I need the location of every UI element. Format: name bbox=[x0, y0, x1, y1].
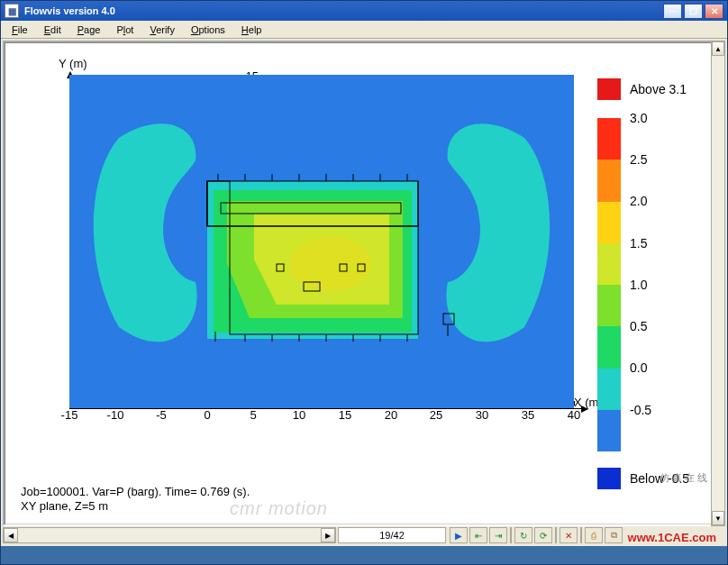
x-tick: 5 bbox=[240, 408, 267, 422]
toolbar-separator bbox=[555, 527, 557, 543]
legend-tick: -0.5 bbox=[630, 403, 651, 417]
x-tick: 35 bbox=[514, 408, 541, 422]
legend-tick: 0.0 bbox=[630, 360, 647, 375]
close-button[interactable]: ✕ bbox=[705, 4, 723, 19]
menu-verify[interactable]: Verify bbox=[142, 23, 182, 36]
refresh-button[interactable]: ↻ bbox=[514, 527, 532, 543]
app-icon: ▦ bbox=[5, 4, 19, 18]
legend-seg bbox=[597, 410, 621, 451]
step-back-button[interactable]: ⇤ bbox=[469, 527, 487, 543]
status-plane: XY plane, Z=5 m bbox=[21, 499, 250, 514]
legend-tick: 2.5 bbox=[630, 152, 647, 167]
scroll-left-button[interactable]: ◀ bbox=[4, 528, 18, 542]
legend-tick: 3.0 bbox=[630, 111, 647, 125]
app-window: ▦ Flowvis version 4.0 ─ ☐ ✕ File Edit Pa… bbox=[0, 0, 728, 565]
legend-tick: 0.5 bbox=[630, 319, 647, 333]
menu-edit[interactable]: Edit bbox=[37, 23, 68, 36]
x-tick: 0 bbox=[194, 408, 221, 422]
menu-page[interactable]: Page bbox=[70, 23, 108, 36]
plot-viewport: Y (m) X (m) 15 10 5 0 -5 -15 -10 -5 0 5 … bbox=[3, 41, 725, 526]
page-counter: 19/42 bbox=[338, 527, 446, 543]
minimize-button[interactable]: ─ bbox=[663, 4, 682, 19]
save-image-button[interactable]: ⧉ bbox=[605, 527, 623, 543]
scroll-right-button[interactable]: ▶ bbox=[321, 528, 335, 542]
watermark-brand: cmr motion bbox=[230, 498, 328, 519]
vertical-scrollbar[interactable]: ▲ ▼ bbox=[711, 41, 725, 526]
y-axis-label: Y (m) bbox=[59, 57, 87, 70]
legend-below-swatch bbox=[597, 468, 621, 489]
menu-plot[interactable]: Plot bbox=[109, 23, 141, 36]
legend-seg bbox=[597, 285, 621, 326]
x-tick: 40 bbox=[560, 408, 587, 422]
legend-seg bbox=[597, 243, 621, 285]
legend-seg bbox=[597, 159, 621, 201]
toolbar-separator bbox=[510, 527, 512, 543]
x-tick: 15 bbox=[332, 408, 359, 422]
x-tick: 30 bbox=[469, 408, 496, 422]
status-text: Job=100001. Var=P (barg). Time= 0.769 (s… bbox=[21, 485, 250, 514]
legend-seg bbox=[597, 369, 621, 410]
client-area: Y (m) X (m) 15 10 5 0 -5 -15 -10 -5 0 5 … bbox=[1, 39, 727, 546]
legend-above-swatch bbox=[597, 78, 621, 100]
maximize-button[interactable]: ☐ bbox=[684, 4, 703, 19]
status-job: Job=100001. Var=P (barg). Time= 0.769 (s… bbox=[21, 485, 250, 499]
export-button[interactable]: ⎙ bbox=[585, 527, 603, 543]
x-axis bbox=[69, 408, 585, 409]
legend-seg bbox=[597, 202, 621, 243]
toolbar-separator bbox=[580, 527, 582, 543]
stop-button[interactable]: ✕ bbox=[560, 527, 578, 543]
step-forward-button[interactable]: ⇥ bbox=[489, 527, 507, 543]
legend-seg bbox=[597, 326, 621, 368]
menu-file[interactable]: File bbox=[5, 23, 35, 36]
x-tick: -10 bbox=[102, 408, 129, 422]
scroll-up-button[interactable]: ▲ bbox=[712, 41, 724, 56]
menu-help[interactable]: Help bbox=[234, 23, 269, 36]
bottom-bar: ◀ ▶ 19/42 ▶ ⇤ ⇥ ↻ ⟳ ✕ ⎙ ⧉ bbox=[3, 526, 725, 544]
reload-button[interactable]: ⟳ bbox=[534, 527, 552, 543]
title-bar[interactable]: ▦ Flowvis version 4.0 ─ ☐ ✕ bbox=[1, 1, 727, 21]
x-tick: -5 bbox=[148, 408, 175, 422]
scroll-down-button[interactable]: ▼ bbox=[712, 511, 724, 525]
legend-seg bbox=[597, 118, 621, 159]
play-button[interactable]: ▶ bbox=[450, 527, 468, 543]
x-tick: -15 bbox=[56, 408, 83, 422]
legend-above-label: Above 3.1 bbox=[630, 82, 687, 96]
watermark-text: 仿 真 在 线 bbox=[660, 471, 707, 485]
window-title: Flowvis version 4.0 bbox=[24, 5, 115, 16]
legend-tick: 1.0 bbox=[630, 278, 647, 292]
menu-bar: File Edit Page Plot Verify Options Help bbox=[1, 21, 727, 39]
contour-field[interactable] bbox=[69, 75, 574, 408]
horizontal-scrollbar[interactable]: ◀ ▶ bbox=[3, 527, 336, 543]
watermark-url: www.1CAE.com bbox=[628, 531, 716, 544]
legend-tick: 2.0 bbox=[630, 194, 647, 208]
x-tick: 25 bbox=[423, 408, 450, 422]
menu-options[interactable]: Options bbox=[184, 23, 232, 36]
legend-bar bbox=[597, 118, 621, 451]
x-tick: 20 bbox=[378, 408, 405, 422]
legend-tick: 1.5 bbox=[630, 236, 647, 251]
x-tick: 10 bbox=[286, 408, 313, 422]
